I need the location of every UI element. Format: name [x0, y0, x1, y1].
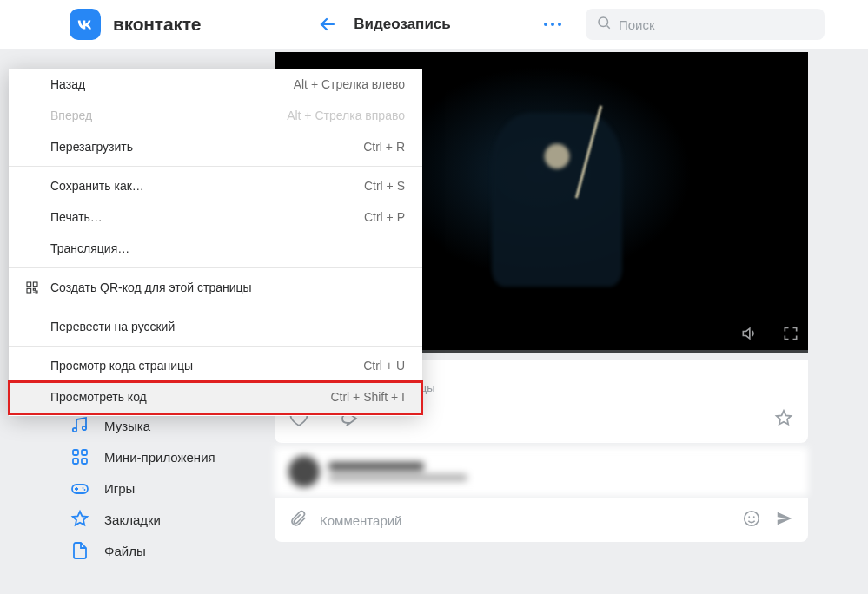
attach-icon[interactable] [288, 509, 308, 531]
cm-view-source[interactable]: Просмотр кода страницы Ctrl + U [9, 350, 422, 381]
video-controls [740, 325, 799, 346]
vk-logo-icon[interactable] [70, 9, 101, 40]
cm-shortcut: Ctrl + P [364, 210, 405, 224]
svg-rect-8 [72, 485, 88, 493]
bookmark-icon [70, 509, 90, 530]
volume-icon[interactable] [740, 325, 758, 346]
cm-label: Назад [50, 77, 85, 91]
svg-rect-4 [73, 450, 78, 455]
cm-translate[interactable]: Перевести на русский [9, 311, 422, 342]
sidebar-item-miniapps[interactable]: Мини-приложения [70, 441, 243, 472]
cm-cast[interactable]: Трансляция… [9, 233, 422, 264]
cm-separator [9, 267, 422, 268]
cm-inspect[interactable]: Просмотреть код Ctrl + Shift + I [9, 381, 422, 414]
cm-label: Трансляция… [50, 241, 129, 255]
svg-point-10 [84, 489, 86, 491]
cm-separator [9, 307, 422, 307]
fullscreen-icon[interactable] [782, 325, 799, 346]
avatar[interactable] [288, 456, 320, 487]
sidebar-item-label: Музыка [104, 419, 150, 433]
sidebar-item-label: Мини-приложения [104, 450, 215, 465]
cm-reload[interactable]: Перезагрузить Ctrl + R [9, 131, 422, 162]
brand-wordmark[interactable]: вконтакте [113, 14, 201, 35]
svg-rect-14 [27, 282, 31, 287]
browser-context-menu: Назад Alt + Стрелка влево Вперед Alt + С… [9, 69, 422, 416]
svg-point-9 [83, 487, 84, 489]
sidebar-item-files[interactable]: Файлы [70, 535, 243, 566]
sidebar-item-label: Файлы [104, 544, 146, 558]
cm-label: Перезагрузить [50, 140, 133, 154]
music-icon [70, 415, 90, 436]
cm-separator [9, 166, 422, 167]
cm-forward: Вперед Alt + Стрелка вправо [9, 100, 422, 131]
search-input[interactable] [619, 17, 814, 32]
cm-print[interactable]: Печать… Ctrl + P [9, 201, 422, 233]
cm-label: Просмотреть код [50, 390, 147, 404]
svg-point-13 [753, 516, 755, 518]
sidebar-item-label: Закладки [104, 512, 161, 527]
cm-shortcut: Ctrl + U [363, 359, 405, 373]
emoji-icon[interactable] [742, 509, 761, 531]
send-icon[interactable] [775, 509, 794, 531]
search-field[interactable] [586, 9, 825, 40]
svg-point-0 [599, 17, 608, 27]
svg-point-3 [83, 426, 86, 430]
comment-input[interactable] [320, 513, 730, 528]
sidebar-item-bookmarks[interactable]: Закладки [70, 504, 243, 535]
svg-rect-6 [73, 459, 78, 464]
svg-point-11 [745, 512, 759, 526]
cm-label: Печать… [50, 210, 103, 224]
cm-label: Перевести на русский [50, 320, 175, 333]
comment-composer [275, 498, 808, 542]
more-options-icon[interactable] [537, 16, 568, 33]
comment-author-row [275, 446, 808, 496]
cm-label: Сохранить как… [50, 179, 144, 193]
svg-point-2 [73, 428, 76, 432]
cm-shortcut: Ctrl + S [364, 179, 405, 193]
svg-rect-16 [27, 288, 31, 293]
sidebar-item-label: Игры [104, 481, 135, 496]
cm-create-qr[interactable]: Создать QR-код для этой страницы [9, 272, 422, 303]
cm-shortcut: Alt + Стрелка влево [294, 77, 405, 91]
sidebar-item-games[interactable]: Игры [70, 472, 243, 504]
file-icon [70, 540, 90, 561]
cm-save-as[interactable]: Сохранить как… Ctrl + S [9, 170, 422, 201]
qr-icon [24, 280, 40, 295]
cm-back[interactable]: Назад Alt + Стрелка влево [9, 69, 422, 100]
svg-rect-5 [82, 450, 87, 455]
favorite-star-icon[interactable] [773, 408, 794, 432]
svg-rect-15 [33, 282, 37, 287]
cm-shortcut: Ctrl + Shift + I [330, 390, 405, 404]
app-header: вконтакте Видеозапись [0, 0, 868, 49]
cm-label: Создать QR-код для этой страницы [50, 280, 252, 294]
cm-separator [9, 346, 422, 346]
cm-label: Вперед [50, 109, 92, 122]
cm-label: Просмотр кода страницы [50, 359, 193, 373]
miniapps-icon [70, 446, 90, 467]
search-icon [596, 15, 612, 34]
svg-rect-7 [82, 459, 87, 464]
back-button[interactable] [317, 14, 338, 35]
svg-point-12 [748, 516, 750, 518]
cm-shortcut: Ctrl + R [363, 140, 405, 154]
page-title: Видеозапись [354, 16, 450, 33]
gamepad-icon [70, 478, 90, 498]
cm-shortcut: Alt + Стрелка вправо [287, 109, 405, 122]
